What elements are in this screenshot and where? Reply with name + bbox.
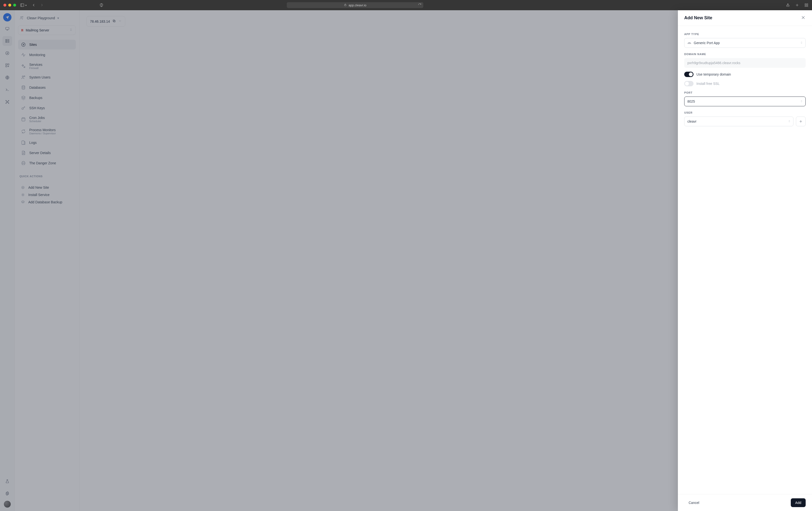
domain-name-field[interactable] [687, 61, 803, 65]
updown-icon [800, 41, 803, 44]
bridge-icon [687, 41, 691, 46]
lock-icon [344, 3, 347, 7]
label-app-type: APP TYPE [684, 33, 806, 36]
svg-rect-3 [805, 4, 806, 5]
port-input[interactable] [684, 96, 806, 106]
port-field[interactable] [687, 99, 803, 103]
tabs-overview-icon[interactable] [804, 3, 809, 7]
toggle-label: Install free SSL [696, 82, 720, 86]
sidebar-toggle-icon[interactable] [20, 3, 24, 7]
use-temp-domain-toggle[interactable] [684, 72, 694, 77]
svg-rect-1 [344, 5, 346, 6]
toggle-label: Use temporary domain [696, 72, 731, 76]
domain-name-input[interactable] [684, 58, 806, 68]
app-type-select[interactable]: Generic Port App [684, 38, 806, 48]
svg-rect-0 [21, 4, 24, 7]
window-traffic-lights[interactable] [3, 4, 16, 7]
add-button[interactable]: Add [791, 498, 806, 507]
minimize-window-dot[interactable] [8, 4, 11, 7]
add-user-button[interactable] [796, 117, 806, 126]
svg-rect-5 [805, 5, 806, 7]
label-domain-name: DOMAIN NAME [684, 53, 806, 56]
cancel-button[interactable]: Cancel [684, 498, 704, 507]
chevron-down-icon[interactable]: ▾ [25, 4, 27, 7]
shield-icon[interactable] [99, 3, 104, 7]
user-value: cleavr [687, 119, 696, 123]
svg-rect-6 [807, 5, 808, 7]
add-site-drawer: Add New Site APP TYPE Generic Port App D… [678, 10, 812, 511]
nav-forward-icon[interactable] [40, 3, 44, 7]
nav-back-icon[interactable] [31, 3, 36, 7]
number-spinner-icon[interactable] [800, 100, 803, 103]
close-window-dot[interactable] [3, 4, 6, 7]
label-port: PORT [684, 91, 806, 94]
drawer-title: Add New Site [684, 16, 712, 21]
new-tab-icon[interactable] [795, 3, 799, 7]
user-select[interactable]: cleavr [684, 117, 793, 126]
url-text: app.cleavr.io [349, 3, 367, 7]
maximize-window-dot[interactable] [13, 4, 16, 7]
close-icon[interactable] [801, 15, 806, 21]
install-ssl-toggle[interactable] [684, 81, 694, 86]
refresh-icon[interactable] [418, 3, 422, 7]
app-root: Cleavr Playground ▾ H MailHog Server Sit… [0, 10, 812, 511]
app-type-value: Generic Port App [694, 41, 720, 45]
svg-rect-4 [807, 4, 808, 5]
share-icon[interactable] [786, 3, 790, 7]
updown-icon [788, 120, 791, 123]
url-bar[interactable]: app.cleavr.io [287, 2, 423, 8]
label-user: USER [684, 111, 806, 114]
browser-chrome: ▾ app.cleavr.io [0, 0, 812, 10]
